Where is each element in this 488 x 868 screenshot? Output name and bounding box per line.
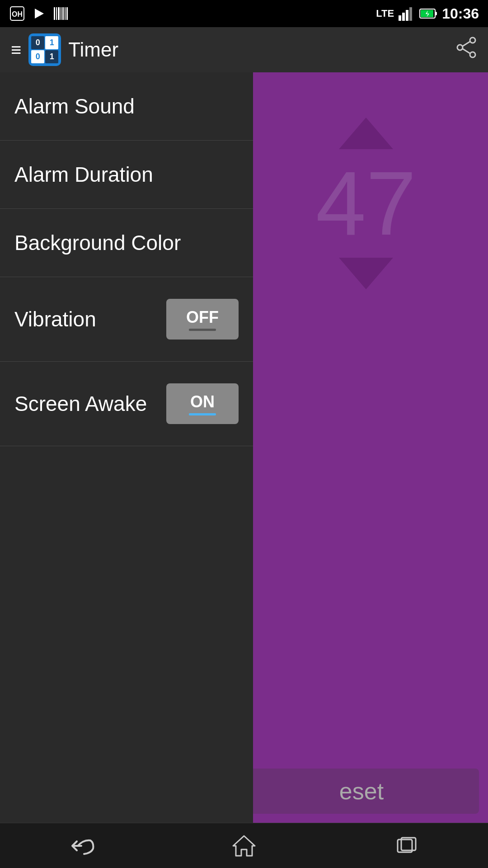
svg-rect-3: [54, 7, 55, 20]
home-button[interactable]: [217, 830, 271, 862]
battery-icon: [419, 8, 437, 19]
alarm-sound-label: Alarm Sound: [14, 94, 135, 118]
svg-point-19: [457, 45, 463, 50]
increment-button[interactable]: [339, 118, 393, 149]
vibration-toggle-label: OFF: [186, 308, 219, 327]
content-area: 47 eset Alarm Sound Alarm Duration Backg…: [0, 72, 488, 823]
svg-point-20: [470, 52, 475, 57]
screen-awake-label: Screen Awake: [14, 392, 147, 416]
svg-point-18: [470, 38, 475, 43]
alarm-duration-label: Alarm Duration: [14, 162, 153, 187]
menu-item-alarm-duration[interactable]: Alarm Duration: [0, 141, 253, 209]
screen-awake-toggle-label: ON: [190, 392, 215, 411]
menu-drawer: Alarm Sound Alarm Duration Background Co…: [0, 72, 253, 823]
menu-item-alarm-sound[interactable]: Alarm Sound: [0, 72, 253, 141]
vibration-label: Vibration: [14, 307, 96, 331]
menu-item-screen-awake[interactable]: Screen Awake ON: [0, 362, 253, 446]
svg-rect-11: [402, 13, 405, 21]
svg-rect-15: [435, 12, 437, 15]
svg-marker-2: [35, 9, 44, 19]
menu-item-background-color[interactable]: Background Color: [0, 209, 253, 277]
vibration-toggle[interactable]: OFF: [166, 299, 239, 340]
menu-icon[interactable]: ≡: [11, 41, 21, 59]
screen-awake-toggle-indicator: [189, 413, 216, 415]
svg-rect-7: [62, 7, 64, 20]
app-header: ≡ 0 1 0 1 Timer: [0, 27, 488, 72]
timer-controls: 47: [316, 118, 416, 289]
back-button[interactable]: [54, 830, 108, 862]
reset-btn-area: eset: [244, 769, 488, 814]
svg-rect-9: [66, 7, 68, 20]
status-bar-right: LTE 10:36: [376, 5, 479, 22]
barcode-icon: [52, 5, 69, 22]
timer-number: 47: [316, 158, 416, 249]
status-bar-left: OH: [9, 5, 69, 22]
background-color-label: Background Color: [14, 231, 181, 255]
svg-line-22: [463, 49, 470, 53]
svg-rect-6: [61, 7, 61, 20]
decrement-button[interactable]: [339, 258, 393, 289]
play-icon: [31, 5, 47, 22]
svg-rect-5: [58, 7, 60, 20]
bottom-nav: [0, 823, 488, 868]
header-left: ≡ 0 1 0 1 Timer: [11, 33, 118, 66]
signal-icon: [399, 6, 415, 21]
screen-awake-toggle[interactable]: ON: [166, 383, 239, 424]
svg-rect-13: [409, 7, 412, 21]
share-icon[interactable]: [455, 37, 477, 63]
status-bar: OH LTE: [0, 0, 488, 27]
svg-rect-12: [406, 10, 408, 21]
svg-text:OH: OH: [12, 10, 23, 18]
app-logo: 0 1 0 1: [28, 33, 61, 66]
menu-item-vibration[interactable]: Vibration OFF: [0, 277, 253, 362]
lte-label: LTE: [376, 8, 394, 19]
timer-panel: 47 eset: [244, 72, 488, 823]
vibration-toggle-indicator: [189, 329, 216, 331]
svg-rect-4: [56, 7, 57, 20]
time-display: 10:36: [442, 5, 479, 22]
svg-rect-8: [65, 7, 66, 20]
reset-button[interactable]: eset: [244, 769, 479, 814]
recents-button[interactable]: [380, 830, 434, 862]
svg-line-21: [463, 42, 470, 46]
svg-rect-10: [399, 15, 401, 21]
app-title: Timer: [68, 38, 118, 61]
oh-icon: OH: [9, 5, 25, 22]
